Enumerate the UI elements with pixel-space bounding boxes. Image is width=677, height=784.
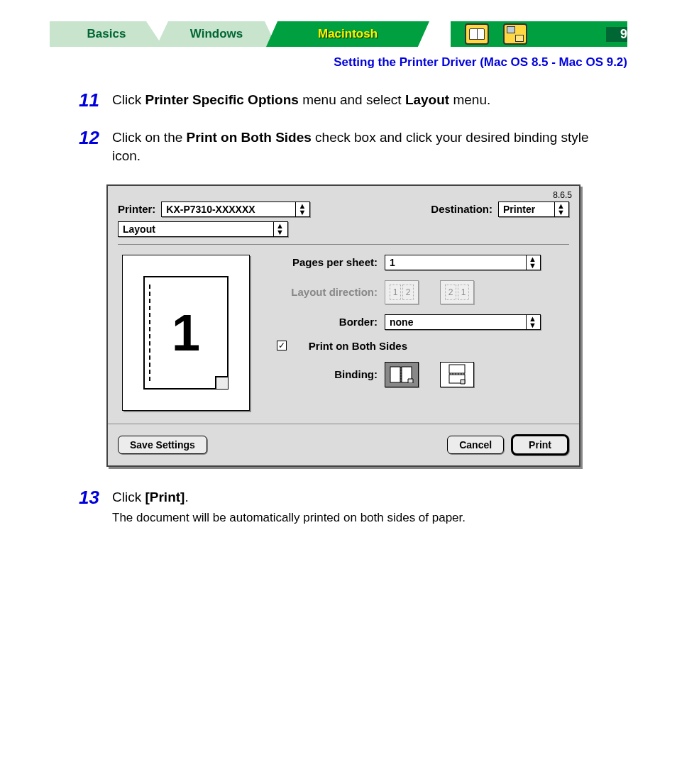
layout-direction-rl-button[interactable]: 21: [440, 280, 474, 304]
binding-side-button[interactable]: [385, 362, 419, 387]
page-number: 97: [606, 27, 649, 42]
destination-popup[interactable]: Printer ▲▼: [498, 201, 569, 217]
print-button[interactable]: Print: [511, 434, 569, 456]
step-12: 12 Click on the Print on Both Sides chec…: [71, 128, 613, 166]
print-dialog: 8.6.5 Printer: KX-P7310-XXXXXX ▲▼ Destin…: [106, 184, 580, 467]
printer-popup[interactable]: KX-P7310-XXXXXX ▲▼: [161, 201, 310, 217]
svg-marker-3: [408, 379, 413, 383]
section-popup[interactable]: Layout ▲▼: [118, 221, 288, 237]
popup-arrows-icon: ▲▼: [295, 201, 308, 217]
popup-arrows-icon: ▲▼: [526, 314, 539, 330]
page-curl-icon: [215, 376, 228, 389]
step-note: The document will be automatically print…: [112, 509, 466, 526]
popup-arrows-icon: ▲▼: [554, 201, 567, 217]
step-number: 11: [71, 91, 99, 109]
binding-top-icon: [448, 364, 466, 385]
tab-windows[interactable]: Windows: [156, 21, 277, 47]
layout-preview: 1: [122, 255, 250, 411]
binding-side-icon: [390, 366, 414, 383]
tab-macintosh[interactable]: Macintosh: [266, 21, 429, 47]
pages-per-sheet-popup[interactable]: 1 ▲▼: [385, 255, 541, 270]
section-title: Setting the Printer Driver (Mac OS 8.5 -…: [28, 55, 627, 70]
step-text: Click on the Print on Both Sides check b…: [112, 128, 613, 166]
svg-rect-4: [449, 365, 465, 373]
layout-direction-lr-button[interactable]: 12: [385, 280, 419, 304]
step-11: 11 Click Printer Specific Options menu a…: [71, 91, 613, 110]
step-text: Click [Print]. The document will be auto…: [112, 488, 466, 526]
print-both-sides-label: Print on Both Sides: [294, 340, 407, 352]
step-13: 13 Click [Print]. The document will be a…: [71, 488, 613, 526]
svg-marker-7: [461, 380, 465, 384]
tab-basics[interactable]: Basics: [50, 21, 163, 47]
popup-arrows-icon: ▲▼: [526, 255, 539, 270]
icon-strip: 97: [415, 21, 627, 47]
save-settings-button[interactable]: Save Settings: [118, 436, 207, 454]
top-nav: Basics Windows Macintosh 97: [50, 21, 627, 47]
binding-label: Binding:: [264, 368, 378, 380]
destination-label: Destination:: [431, 203, 492, 215]
print-both-sides-checkbox[interactable]: ✓: [277, 341, 287, 350]
border-popup[interactable]: none ▲▼: [385, 314, 541, 330]
printer-label: Printer:: [118, 203, 155, 215]
book-icon[interactable]: [465, 23, 489, 45]
border-label: Border:: [264, 316, 378, 328]
svg-rect-0: [390, 367, 400, 382]
popup-arrows-icon: ▲▼: [273, 221, 286, 237]
cancel-button[interactable]: Cancel: [447, 436, 504, 454]
network-icon[interactable]: [503, 23, 527, 45]
binding-top-button[interactable]: [440, 362, 474, 387]
preview-page-number: 1: [172, 304, 200, 362]
layout-direction-label: Layout direction:: [264, 286, 378, 298]
step-text: Click Printer Specific Options menu and …: [112, 91, 490, 110]
step-number: 13: [71, 488, 99, 507]
step-number: 12: [71, 128, 99, 147]
dialog-version: 8.6.5: [553, 190, 572, 200]
pages-per-sheet-label: Pages per sheet:: [264, 256, 378, 268]
